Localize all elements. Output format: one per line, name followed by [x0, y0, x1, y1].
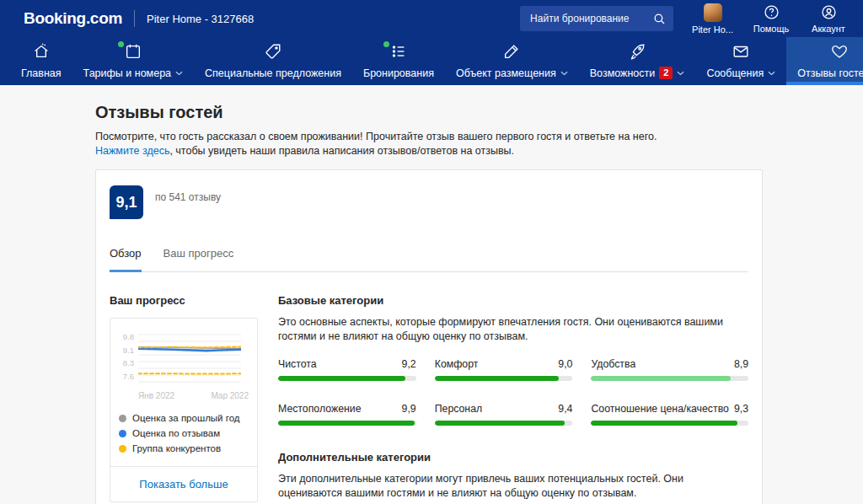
nav-item-property[interactable]: Объект размещения: [445, 37, 579, 85]
progress-chart-box: 9.8 9.1 8.3 7.6 Янв 2022 Мар 2022: [110, 318, 258, 502]
category-label: Комфорт: [435, 358, 479, 370]
notification-dot: [383, 41, 389, 47]
score-bar: [278, 376, 416, 381]
category-score: 9,0: [558, 358, 572, 370]
chevron-down-icon: [677, 71, 684, 76]
nav-item-rates-rooms[interactable]: Тарифы и номера: [72, 37, 194, 85]
nav-label: Тарифы и номера: [83, 67, 171, 79]
legend-dot-blue: [119, 430, 126, 437]
chart-x-axis: Янв 2022 Мар 2022: [138, 391, 249, 400]
score-bar-fill: [435, 376, 559, 381]
help-menu[interactable]: Помощь: [752, 3, 791, 34]
x-tick: Мар 2022: [211, 391, 249, 400]
category-label: Удобства: [591, 358, 635, 370]
score-row: 9,1 по 541 отзыву: [110, 185, 748, 219]
score-bar: [278, 421, 416, 426]
legend-label: Оценка по отзывам: [132, 428, 220, 438]
reviews-card: 9,1 по 541 отзыву Обзор Ваш прогресс Ваш…: [95, 169, 763, 504]
progress-panel: Ваш прогресс 9.8 9.1 8.3 7.6 Янв 2022 М: [110, 294, 258, 504]
tab-overview[interactable]: Обзор: [110, 247, 142, 272]
intro-line2: , чтобы увидеть наши правила написания о…: [169, 145, 514, 157]
legend-label: Группа конкурентов: [132, 443, 221, 453]
rocket-icon: [628, 42, 646, 63]
category-comfort: Комфорт9,0: [435, 358, 573, 381]
category-facilities: Удобства8,9: [591, 358, 748, 381]
category-label: Местоположение: [278, 403, 362, 415]
legend-item-competitors: Группа конкурентов: [119, 441, 249, 456]
nav-label: Бронирования: [363, 67, 434, 79]
x-tick: Янв 2022: [138, 391, 174, 400]
chart-y-axis: 9.8 9.1 8.3 7.6: [119, 332, 134, 383]
categories-panel: Базовые категории Это основные аспекты, …: [278, 294, 748, 504]
legend-dot-yellow: [119, 445, 126, 453]
extra-categories-section: Дополнительные категории Эти дополнитель…: [278, 451, 748, 504]
progress-panel-title: Ваш прогресс: [110, 294, 258, 307]
envelope-icon: [732, 42, 750, 63]
nav-label: Сообщения: [706, 67, 764, 79]
account-menu[interactable]: Аккаунт: [809, 3, 848, 34]
pencil-icon: [502, 42, 521, 63]
property-name: Piter Home - 3127668: [147, 13, 254, 25]
card-tabs: Обзор Ваш прогресс: [110, 247, 748, 272]
heart-icon: [830, 42, 849, 63]
category-label: Чистота: [278, 358, 317, 370]
divider: [134, 10, 135, 27]
review-count-caption: по 541 отзыву: [155, 191, 221, 203]
search-input[interactable]: [530, 13, 652, 24]
opportunities-count-badge: 2: [659, 67, 673, 79]
search-bookings-box[interactable]: [520, 6, 673, 31]
page-title: Отзывы гостей: [95, 103, 763, 122]
category-staff: Персонал9,4: [435, 403, 573, 426]
nav-item-reservations[interactable]: Бронирования: [352, 37, 445, 85]
score-bar-fill: [591, 421, 737, 426]
score-bar: [591, 421, 748, 426]
category-label: Соотношение цена/качество: [591, 403, 728, 415]
score-bar: [435, 376, 573, 381]
avatar[interactable]: [704, 3, 722, 22]
category-score: 9,9: [402, 403, 416, 415]
user-name: Piter Ho...: [692, 24, 733, 35]
base-categories-section: Базовые категории Это основные аспекты, …: [278, 294, 748, 426]
show-more-link[interactable]: Показать больше: [110, 466, 257, 501]
score-bar-fill: [435, 421, 565, 426]
nav-item-home[interactable]: Главная: [10, 37, 72, 85]
y-tick: 9.8: [119, 332, 134, 341]
nav-item-special-offers[interactable]: Специальные предложения: [194, 37, 352, 85]
booking-logo[interactable]: Booking.com: [24, 9, 122, 28]
base-section-description: Это основные аспекты, которые формируют …: [278, 315, 748, 344]
score-bar: [591, 376, 748, 381]
nav-label: Специальные предложения: [205, 67, 341, 79]
search-icon[interactable]: [652, 12, 667, 26]
score-bar: [435, 421, 573, 426]
nav-item-guest-reviews[interactable]: Отзывы гостей: [786, 37, 863, 85]
legend-item-last-year: Оценка за прошлый год: [119, 410, 249, 426]
calendar-icon: [124, 42, 142, 63]
legend-dot-gray: [119, 415, 126, 422]
nav-item-opportunities[interactable]: Возможности 2: [579, 37, 696, 85]
nav-label: Возможности: [590, 67, 655, 79]
tab-your-progress[interactable]: Ваш прогресс: [163, 247, 234, 272]
notification-dot: [118, 41, 124, 47]
main-content: Отзывы гостей Посмотрите, что гость расс…: [95, 103, 763, 504]
extra-section-title: Дополнительные категории: [278, 451, 748, 464]
list-icon: [389, 42, 408, 63]
category-location: Местоположение9,9: [278, 403, 416, 426]
category-value: Соотношение цена/качество9,3: [591, 403, 748, 426]
account-icon: [820, 3, 838, 21]
rules-link[interactable]: Нажмите здесь: [95, 145, 169, 157]
intro-text: Посмотрите, что гость рассказал о своем …: [95, 130, 763, 158]
chart-plot: [138, 332, 241, 385]
category-label: Персонал: [435, 403, 482, 415]
home-icon: [32, 42, 51, 63]
category-score: 8,9: [734, 358, 748, 370]
legend-label: Оценка за прошлый год: [132, 413, 240, 423]
category-score: 9,3: [734, 403, 748, 415]
user-menu[interactable]: Piter Ho...: [692, 3, 733, 35]
category-score: 9,2: [402, 358, 416, 370]
nav-item-messages[interactable]: Сообщения: [695, 37, 786, 85]
score-bar-fill: [278, 376, 405, 381]
help-icon: [763, 3, 780, 21]
progress-chart: 9.8 9.1 8.3 7.6: [119, 332, 249, 385]
intro-line1: Посмотрите, что гость рассказал о своем …: [95, 131, 657, 142]
base-section-title: Базовые категории: [278, 294, 748, 307]
